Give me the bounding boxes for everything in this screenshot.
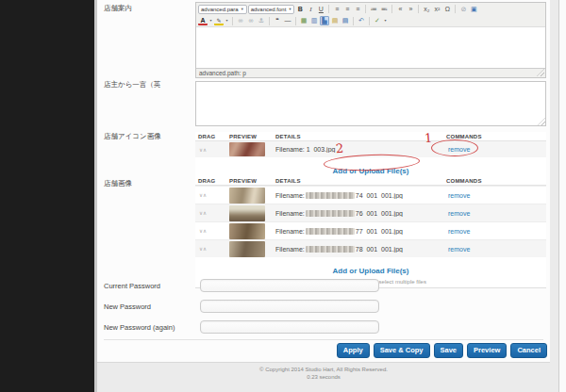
- link-icon[interactable]: ∞: [236, 16, 245, 25]
- attachment-filename: Filename:78_001_001.jpg: [275, 246, 439, 253]
- editor-path-bar: advanced.path: p: [196, 68, 545, 77]
- remove-link[interactable]: remove: [439, 210, 546, 217]
- media-icon[interactable]: ▥: [309, 16, 319, 25]
- attachment-row: ∨∧ Filename:77_001_001.jpg remove: [195, 221, 546, 239]
- footer: © Copyright 2014 Studio Hart, All Rights…: [97, 367, 550, 381]
- censored-text: [306, 246, 355, 253]
- chart-icon[interactable]: ▙: [320, 16, 329, 25]
- add-upload-link[interactable]: Add or Upload File(s): [333, 267, 409, 275]
- apply-button[interactable]: Apply: [337, 343, 370, 358]
- paragraph-format-dropdown[interactable]: advanced.para▼: [198, 5, 247, 14]
- superscript-icon[interactable]: x²: [432, 5, 441, 14]
- special-char-icon[interactable]: Ω: [442, 5, 452, 14]
- underline-icon[interactable]: U: [316, 5, 325, 14]
- col-details: DETAILS: [275, 134, 439, 139]
- attachment-thumbnail: [229, 142, 265, 156]
- copyright-text: © Copyright 2014 Studio Hart, All Rights…: [97, 367, 550, 374]
- action-button-row: Apply Save & Copy Save Preview Cancel: [337, 343, 547, 358]
- align-right-icon[interactable]: ≡: [353, 5, 362, 14]
- italic-icon[interactable]: I: [306, 5, 315, 14]
- unlink-icon[interactable]: ∞: [246, 16, 256, 25]
- text-color-icon[interactable]: A: [198, 17, 208, 25]
- gallery-icon[interactable]: ▤: [341, 16, 350, 25]
- current-password-field[interactable]: [200, 279, 379, 292]
- text-color-caret-icon[interactable]: ▾: [208, 16, 213, 25]
- owner-message-label: 店主から一言（英: [104, 80, 160, 90]
- new-password-again-label: New Password (again): [104, 323, 175, 332]
- new-password-field[interactable]: [200, 300, 379, 313]
- store-info-label: 店舗案内: [104, 4, 132, 13]
- drag-handle[interactable]: ∨∧: [195, 210, 229, 216]
- drag-handle[interactable]: ∨∧: [195, 147, 229, 153]
- drag-handle[interactable]: ∨∧: [195, 228, 229, 234]
- align-center-icon[interactable]: ≡: [342, 5, 352, 14]
- attachment-row: ∨∧ Filename: 1_003.jpg remove: [195, 141, 546, 157]
- numbered-list-icon[interactable]: ≕: [379, 5, 389, 14]
- remove-link[interactable]: remove: [439, 228, 546, 235]
- add-upload-row: Add or Upload File(s): [195, 257, 546, 278]
- attachment-row: ∨∧ Filename:74_001_001.jpg remove: [195, 186, 546, 204]
- outdent-icon[interactable]: «: [395, 5, 405, 14]
- code-view-icon[interactable]: ▣: [469, 5, 478, 14]
- font-family-dropdown[interactable]: advanced.font▼: [248, 5, 295, 14]
- anchor-icon[interactable]: ⚓: [257, 16, 266, 25]
- add-upload-row: Add or Upload File(s): [195, 157, 546, 178]
- owner-message-textarea[interactable]: [195, 81, 546, 126]
- edit-image-icon[interactable]: ▤: [330, 16, 340, 25]
- new-password-again-field[interactable]: [200, 320, 379, 334]
- drag-handle[interactable]: ∨∧: [195, 246, 229, 252]
- spellcheck-caret-icon[interactable]: ▾: [383, 16, 388, 25]
- col-commands: COMMANDS: [439, 134, 546, 139]
- bullet-list-icon[interactable]: ≔: [369, 5, 378, 14]
- bold-icon[interactable]: B: [295, 5, 305, 14]
- dropdown-caret-icon: ▼: [288, 6, 291, 13]
- spellcheck-icon[interactable]: ✓: [373, 16, 382, 25]
- add-upload-link[interactable]: Add or Upload File(s): [333, 167, 409, 175]
- blockquote-icon[interactable]: “: [273, 16, 282, 25]
- divider: [104, 339, 543, 340]
- editor-body[interactable]: [196, 27, 545, 68]
- col-details: DETAILS: [275, 178, 439, 184]
- table-header-row: DRAG PREVIEW DETAILS COMMANDS: [195, 132, 546, 141]
- col-preview: PREVIEW: [229, 178, 275, 184]
- censored-text: [306, 192, 355, 199]
- editor-toolbar-row1: advanced.para▼ advanced.font▼ B I U ≡ ≡ …: [196, 3, 545, 15]
- editor-toolbar-row2: A ▾ ✎ ▾ ∞ ∞ ⚓ “ — ▦ ▥ ▙ ▤ ▤ ↶ ✓: [196, 15, 545, 27]
- remove-link[interactable]: remove: [439, 192, 546, 199]
- cancel-button[interactable]: Cancel: [510, 343, 547, 358]
- col-drag: DRAG: [195, 178, 229, 184]
- remove-link[interactable]: remove: [439, 146, 546, 153]
- attachment-filename: Filename: 1_003.jpg: [275, 146, 439, 153]
- highlight-color-caret-icon[interactable]: ▾: [225, 16, 229, 25]
- store-images-label: 店舗画像: [104, 179, 132, 188]
- indent-icon[interactable]: »: [406, 5, 415, 14]
- page: 店舗案内 advanced.para▼ advanced.font▼ B I U…: [0, 0, 566, 392]
- render-time-text: 0.23 seconds: [97, 374, 550, 382]
- col-preview: PREVIEW: [229, 134, 275, 139]
- new-password-label: New Password: [104, 302, 151, 311]
- attachment-filename: Filename:74_001_001.jpg: [275, 192, 439, 199]
- current-password-label: Current Password: [104, 282, 160, 290]
- remove-format-icon[interactable]: ⊘: [458, 5, 468, 14]
- attachment-thumbnail: [229, 188, 265, 204]
- attachment-thumbnail: [229, 205, 265, 221]
- preview-button[interactable]: Preview: [467, 343, 507, 358]
- save-and-copy-button[interactable]: Save & Copy: [374, 343, 430, 358]
- attachment-row: ∨∧ Filename:76_001_001.jpg remove: [195, 204, 546, 221]
- image-icon[interactable]: ▦: [299, 16, 308, 25]
- horizontal-rule-icon[interactable]: —: [283, 16, 292, 25]
- attachment-filename: Filename:77_001_001.jpg: [275, 228, 439, 235]
- scrollbar-track[interactable]: [558, 0, 566, 392]
- undo-icon[interactable]: ↶: [357, 16, 366, 25]
- drag-handle[interactable]: ∨∧: [195, 192, 229, 198]
- subscript-icon[interactable]: x₂: [422, 5, 431, 14]
- align-left-icon[interactable]: ≡: [332, 5, 341, 14]
- highlight-color-icon[interactable]: ✎: [214, 17, 224, 25]
- attachment-thumbnail: [229, 241, 265, 257]
- attachment-thumbnail: [229, 223, 265, 239]
- save-button[interactable]: Save: [434, 343, 464, 358]
- censored-text: [306, 228, 355, 235]
- remove-link[interactable]: remove: [439, 246, 546, 253]
- resize-grip-icon[interactable]: [537, 69, 544, 76]
- dropdown-caret-icon: ▼: [241, 6, 244, 13]
